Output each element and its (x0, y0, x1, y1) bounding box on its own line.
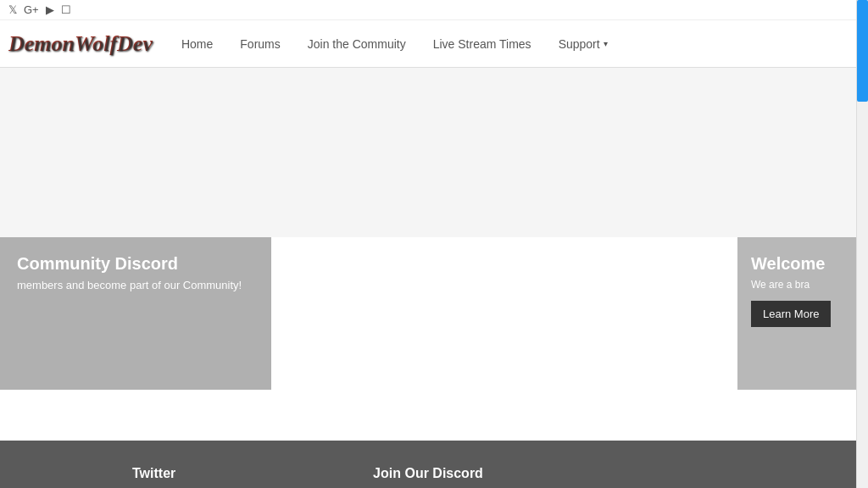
card-discord-desc: members and become part of our Community… (17, 279, 254, 291)
nav-support[interactable]: Support ▾ (547, 30, 620, 58)
cards-row: Community Discord members and become par… (0, 237, 856, 390)
hero-area (0, 68, 856, 237)
scrollbar-thumb[interactable] (857, 0, 868, 102)
support-dropdown-arrow: ▾ (604, 39, 608, 48)
footer-twitter-title: Twitter (34, 466, 274, 481)
footer-top: Twitter Tweets by @demonwolfdev Join Our… (0, 441, 856, 488)
nav-livestream[interactable]: Live Stream Times (421, 30, 543, 58)
main-nav: Home Forums Join the Commuity Live Strea… (170, 30, 620, 58)
twitter-icon[interactable]: 𝕏 (8, 3, 17, 16)
card-welcome-desc: We are a bra (751, 279, 843, 291)
learn-more-button[interactable]: Learn More (751, 301, 831, 327)
footer-empty-col (582, 466, 822, 488)
footer-discord-col: Join Our Discord ✦ DISCORD 18 Members On… (308, 466, 548, 488)
header: DemonWolfDev Home Forums Join the Commui… (0, 20, 868, 68)
card-welcome-title: Welcome (751, 254, 843, 274)
nav-forums[interactable]: Forums (228, 30, 292, 58)
card-middle (271, 237, 737, 390)
footer: Twitter Tweets by @demonwolfdev Join Our… (0, 441, 856, 488)
card-welcome: Welcome We are a bra Learn More (737, 237, 856, 390)
square-icon[interactable]: ☐ (61, 3, 71, 16)
nav-home[interactable]: Home (170, 30, 225, 58)
youtube-icon[interactable]: ▶ (46, 3, 54, 16)
nav-join[interactable]: Join the Commuity (296, 30, 418, 58)
social-bar: 𝕏 G+ ▶ ☐ (0, 0, 868, 20)
logo: DemonWolfDev (8, 31, 153, 57)
footer-discord-title: Join Our Discord (308, 466, 548, 481)
footer-twitter-col: Twitter Tweets by @demonwolfdev (34, 466, 274, 488)
scrollbar-track[interactable] (856, 0, 868, 488)
google-plus-icon[interactable]: G+ (24, 3, 39, 16)
content-spacer (0, 390, 856, 441)
card-discord-title: Community Discord (17, 254, 254, 274)
card-discord: Community Discord members and become par… (0, 237, 271, 390)
